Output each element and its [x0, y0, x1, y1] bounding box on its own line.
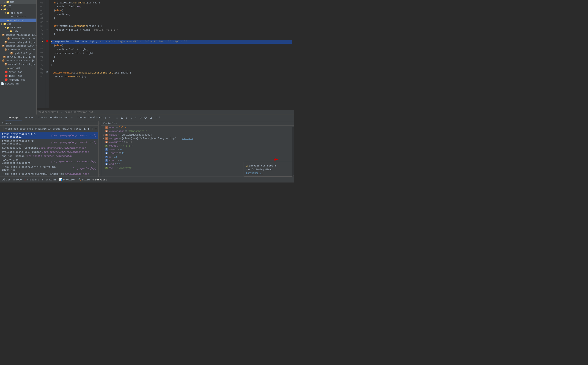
- tree-item-index-jsp[interactable]: 🔴 index.jsp: [0, 74, 36, 78]
- frame-item-6[interactable]: _jspx_meth_s_005ftextfield_005f1:18, ind…: [0, 165, 98, 172]
- evaluate-button[interactable]: ⟳: [143, 115, 148, 120]
- notification-title: Invalid VCS root m: [249, 164, 276, 167]
- variables-panel: Variables ▶ p open = '%' 37 ▶ p expressi: [101, 121, 294, 176]
- bottom-panel: Debugger Server Tomcat Localhost Log ✕ T…: [0, 114, 294, 176]
- frames-scrollbar[interactable]: ▲ ▼: [99, 121, 101, 176]
- build-button[interactable]: 🔨 Build: [78, 178, 90, 181]
- frame-item-3[interactable]: evaluateParams:680, UIBean (org.apache.s…: [0, 150, 98, 154]
- frame-item-4[interactable]: end:450, UIBean (org.apache.struts2.comp…: [0, 154, 98, 158]
- debug-toolbar: ≡ ▲ ↓ ↓ ↑ ↺ ⟳ ⊞ ⋮⋮: [115, 115, 162, 120]
- tree-item-readme[interactable]: 📄 README.md: [0, 82, 36, 86]
- file-tree: ▶ 📁 img ▶ 📁 out ▼ 📁 src ▼ 📁 org.test: [0, 0, 37, 114]
- tree-item-struts-xml[interactable]: ◆ struts.xml: [0, 19, 36, 22]
- tree-item-out[interactable]: ▶ 📁 out: [0, 4, 36, 7]
- resume-debug-button[interactable]: ▲: [120, 116, 124, 120]
- tree-item-xwork[interactable]: 📦 xwork-2.0-beta-1.jar: [0, 63, 36, 66]
- todo-icon: ☐: [13, 178, 15, 181]
- services-icon: ⚙: [93, 178, 94, 181]
- tree-item-org-test[interactable]: ▼ 📁 org.test: [0, 11, 36, 15]
- var-expression[interactable]: ▶ p expression = "%{password}": [101, 129, 294, 133]
- step-into-button[interactable]: ↑: [134, 116, 138, 120]
- var-astype[interactable]: ▶ p asType = {Class@325} "class java.lan…: [101, 137, 294, 140]
- debugger-content: Frames ✓ "http-nio-8080-exec-4"@2,356 in…: [0, 121, 294, 176]
- thread-status-icon: ✓: [1, 127, 2, 130]
- gutter: ◈ ◈ @: [45, 0, 49, 108]
- terminal-icon: ⊞: [42, 178, 43, 181]
- thread-selector: ✓ "http-nio-8080-exec-4"@2,356 in group …: [0, 126, 98, 132]
- tab-debugger[interactable]: Debugger: [6, 115, 22, 120]
- frame-item-2[interactable]: findValue:303, Component (org.apache.str…: [0, 146, 98, 150]
- rerun-button[interactable]: ≡: [115, 116, 119, 120]
- var-stack[interactable]: ▶ p stack = {OgnlValueStack@4203}: [101, 133, 294, 137]
- var-x[interactable]: ▶ i x = 11: [101, 155, 294, 159]
- code-lines: if (TextUtils.stringSet(left)) { result …: [49, 0, 294, 108]
- watches-button[interactable]: ⊞: [149, 115, 153, 120]
- var-result[interactable]: ▶ ≡ result = "%{1+1}": [101, 144, 294, 148]
- frames-panel: Frames ✓ "http-nio-8080-exec-4"@2,356 in…: [0, 121, 99, 176]
- tree-item-src[interactable]: ▼ 📁 src: [0, 7, 36, 11]
- code-editor: 63 64 65 66 67 68 69 70 71 72 73 74 75 7…: [37, 0, 294, 114]
- thread-selector-display[interactable]: "http-nio-8080-exec-4"@2,356 in group "m…: [3, 127, 82, 131]
- var-start[interactable]: ▶ i start = 0: [101, 148, 294, 151]
- tree-item-ognl[interactable]: 📦 ognl-2.6.7.jar: [0, 51, 36, 55]
- tree-item-freemarker[interactable]: 📦 freemarker-2.3.4.jar: [0, 48, 36, 51]
- frame-item-0[interactable]: translateVariables:142, TextParseUtil (c…: [0, 132, 98, 139]
- profiler-button[interactable]: 📊 Profiler: [59, 178, 75, 181]
- filter-btn[interactable]: ⊤: [91, 126, 93, 131]
- settings-button[interactable]: ⋮⋮: [154, 115, 162, 120]
- tree-item-web-xml[interactable]: ◆ web.xml: [0, 66, 36, 70]
- tree-item-welcome-jsp[interactable]: 🔴 welcome.jsp: [0, 78, 36, 82]
- thread-up-btn[interactable]: ▲: [83, 127, 86, 131]
- todo-button[interactable]: ☐ TODO: [13, 178, 22, 181]
- tab-server[interactable]: Server: [22, 115, 36, 120]
- tree-item-struts2-api[interactable]: 📦 struts2-api-2.0.1.jar: [0, 55, 36, 59]
- frames-header: Frames: [0, 121, 98, 126]
- add-btn[interactable]: +: [95, 127, 97, 131]
- var-length[interactable]: ▶ i length = 11: [101, 151, 294, 155]
- bottom-bar: ⎇ Git ☐ TODO ⚠ Problems ⊞ Terminal 📊 Pro…: [0, 176, 294, 182]
- breadcrumb: TextParseUtil › translateVariables(): [37, 110, 294, 114]
- problems-icon: ⚠: [24, 178, 26, 181]
- problems-button[interactable]: ⚠ Problems: [24, 178, 39, 181]
- profiler-icon: 📊: [59, 178, 62, 181]
- frame-item-5[interactable]: doEndTag:36, ComponentTagSupport (org.ap…: [0, 158, 98, 165]
- configure-link[interactable]: Configure...: [246, 172, 292, 175]
- notification-popup: ⚠ Invalid VCS root m The following direc…: [244, 162, 294, 176]
- tree-item-img[interactable]: ▶ 📁 img: [0, 0, 36, 4]
- step-out-button[interactable]: ↺: [139, 115, 142, 120]
- build-icon: 🔨: [78, 178, 81, 181]
- tree-item-struts2-core[interactable]: 📦 struts2-core-2.0.1.jar: [0, 59, 36, 63]
- thread-down-btn[interactable]: ▼: [87, 127, 90, 131]
- tree-item-lib[interactable]: ▼ 📁 lib: [0, 29, 36, 33]
- terminal-button[interactable]: ⊞ Terminal: [42, 178, 56, 181]
- tree-item-error-jsp[interactable]: 🔴 error.jsp: [0, 70, 36, 74]
- frame-item-7[interactable]: _jspx_meth_s_005fform_005f0:18, index_js…: [0, 172, 98, 176]
- tree-item-loginaction[interactable]: ☕ LoginActoin: [0, 15, 36, 19]
- variables-header: Variables: [101, 121, 294, 126]
- tree-item-commons-logging[interactable]: 📦 commons-logging-1.0.4.jar: [0, 44, 36, 48]
- var-evaluator[interactable]: ▶ p evaluator = null: [101, 140, 294, 144]
- frames-list: translateVariables:142, TextParseUtil (c…: [0, 132, 98, 176]
- tab-tomcat-localhost[interactable]: Tomcat Localhost Log ✕: [36, 115, 75, 120]
- panel-tabs-row: Debugger Server Tomcat Localhost Log ✕ T…: [0, 114, 294, 121]
- navigate-link[interactable]: Navigate: [182, 137, 193, 140]
- step-over-button[interactable]: ↓: [129, 116, 133, 120]
- services-button[interactable]: ⚙ Services: [93, 178, 107, 181]
- tree-item-webinf[interactable]: ▼ 📁 WEB-INF: [0, 26, 36, 29]
- close-catalina-tab[interactable]: ✕: [109, 117, 110, 119]
- pause-button[interactable]: ↓: [125, 116, 128, 120]
- line-numbers: 63 64 65 66 67 68 69 70 71 72 73 74 75 7…: [37, 0, 45, 108]
- close-localhost-tab[interactable]: ✕: [71, 117, 73, 119]
- tree-item-commons-io[interactable]: 📦 commons-io-1.1.jar: [0, 37, 36, 41]
- git-icon: ⎇: [2, 178, 5, 181]
- git-button[interactable]: ⎇ Git: [2, 178, 11, 181]
- var-open[interactable]: ▶ p open = '%' 37: [101, 126, 294, 129]
- notification-text: The following direc: [246, 168, 292, 171]
- variables-scrollbar[interactable]: ▲ ▼: [292, 127, 294, 176]
- tab-tomcat-catalina[interactable]: Tomcat Catalina Log ✕: [75, 115, 113, 120]
- frame-item-1[interactable]: translateVariables:72, TextParseUtil (co…: [0, 139, 98, 146]
- tree-item-web[interactable]: ▼ 📁 web: [0, 22, 36, 26]
- tree-item-commons-lang[interactable]: 📦 commons-lang-2.1.jar: [0, 41, 36, 44]
- warning-icon: ⚠: [246, 164, 248, 168]
- tree-item-commons-fileupload[interactable]: 📦 commons-fileupload-1.1.1.jar: [0, 33, 36, 37]
